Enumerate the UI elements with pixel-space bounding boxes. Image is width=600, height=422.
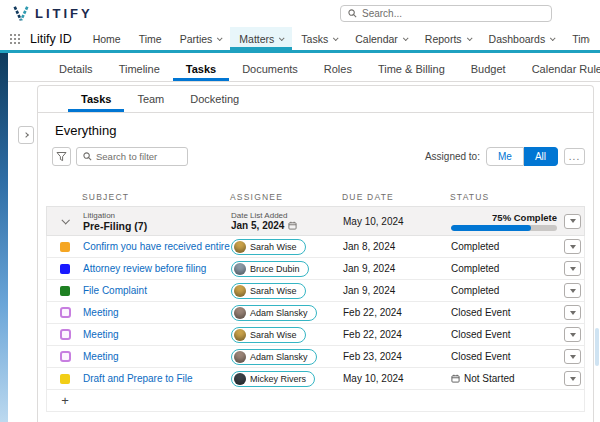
group-due-date: May 10, 2024	[343, 216, 451, 227]
assigned-to-toggle: Me All	[486, 147, 558, 166]
nav-item-dashboards[interactable]: Dashboards	[480, 27, 564, 50]
tab-time-billing[interactable]: Time & Billing	[365, 56, 458, 81]
task-type-marker	[60, 242, 70, 252]
tab-details[interactable]: Details	[46, 56, 106, 81]
col-header-assignee: Assignee	[230, 192, 342, 202]
assignee-pill[interactable]: Adam Slansky	[231, 305, 317, 321]
task-subject-link[interactable]: Draft and Prepare to File	[83, 373, 231, 384]
task-type-marker	[60, 264, 70, 274]
assignee-pill[interactable]: Sarah Wise	[231, 239, 306, 255]
task-group-row[interactable]: Litigation Pre-Filing (7) Date List Adde…	[46, 206, 585, 236]
subtab-team[interactable]: Team	[124, 86, 177, 112]
menu-down-icon	[570, 333, 576, 337]
nav-items: Home Time Parties Matters Tasks Calendar…	[84, 27, 590, 50]
assigned-me-button[interactable]: Me	[486, 147, 524, 166]
nav-item-reports[interactable]: Reports	[416, 27, 480, 50]
table-row: File Complaint Sarah Wise Jan 9, 2024 Co…	[47, 280, 584, 302]
avatar	[234, 263, 246, 275]
progress-label: 75% Complete	[451, 212, 557, 223]
chevron-right-icon	[23, 132, 29, 138]
due-date: Jan 9, 2024	[343, 263, 451, 274]
task-subject-link[interactable]: Attorney review before filing	[83, 263, 231, 274]
nav-item-home[interactable]: Home	[84, 27, 130, 50]
app-launcher-icon[interactable]	[10, 34, 20, 44]
tab-roles[interactable]: Roles	[311, 56, 365, 81]
more-actions-button[interactable]: ...	[564, 148, 585, 165]
chevron-down-icon[interactable]	[61, 216, 69, 224]
subtab-tasks[interactable]: Tasks	[68, 86, 124, 112]
nav-item-time-tracking[interactable]: Time Tracking	[563, 27, 590, 50]
menu-down-icon	[570, 289, 576, 293]
avatar	[234, 307, 246, 319]
task-subject-link[interactable]: File Complaint	[83, 285, 231, 296]
row-actions-button[interactable]	[564, 305, 581, 320]
row-actions-button[interactable]	[564, 214, 581, 229]
task-subject-link[interactable]: Meeting	[83, 329, 231, 340]
add-icon[interactable]: +	[47, 393, 83, 408]
menu-down-icon	[570, 267, 576, 271]
assignee-pill[interactable]: Adam Slansky	[231, 349, 317, 365]
task-type-marker	[60, 307, 71, 318]
group-date-value: Jan 5, 2024	[231, 220, 284, 232]
avatar	[234, 373, 246, 385]
avatar	[234, 329, 246, 341]
avatar	[234, 241, 246, 253]
assigned-to-label: Assigned to:	[425, 151, 480, 162]
assignee-pill[interactable]: Bruce Dubin	[231, 261, 309, 277]
row-actions-button[interactable]	[564, 371, 581, 386]
task-type-marker	[60, 286, 70, 296]
status: Not Started	[451, 373, 561, 384]
assigned-all-button[interactable]: All	[524, 147, 558, 166]
task-subject-link[interactable]: Meeting	[83, 351, 231, 362]
task-subject-link[interactable]: Confirm you have received entire file	[83, 241, 231, 252]
task-type-marker	[60, 351, 71, 362]
list-toolbar: Search to filter Assigned to: Me All ...	[52, 147, 593, 166]
col-header-due-date: Due Date	[342, 192, 450, 202]
row-actions-button[interactable]	[564, 261, 581, 276]
add-task-row[interactable]: +	[47, 390, 584, 412]
nav-item-parties[interactable]: Parties	[171, 27, 231, 50]
global-search-placeholder: Search...	[362, 8, 402, 19]
tab-calendar-rules[interactable]: Calendar Rules	[519, 56, 600, 81]
chevron-down-icon	[279, 35, 285, 41]
task-subject-link[interactable]: Meeting	[83, 307, 231, 318]
scrollbar-thumb[interactable]	[595, 328, 599, 366]
assignee-pill[interactable]: Sarah Wise	[231, 283, 306, 299]
ellipsis-icon: ...	[569, 153, 580, 161]
chevron-down-icon	[217, 35, 223, 41]
task-type-marker	[60, 329, 71, 340]
record-tabs: Details Timeline Tasks Documents Roles T…	[8, 56, 600, 82]
tab-timeline[interactable]: Timeline	[106, 56, 173, 81]
tab-documents[interactable]: Documents	[229, 56, 311, 81]
search-icon	[348, 9, 357, 18]
table-row: Draft and Prepare to File Mickey Rivers …	[47, 368, 584, 390]
row-actions-button[interactable]	[564, 349, 581, 364]
subtab-docketing[interactable]: Docketing	[177, 86, 252, 112]
group-name: Pre-Filing (7)	[83, 220, 231, 232]
nav-item-matters[interactable]: Matters	[230, 27, 292, 50]
table-header-row: Subject Assignee Due Date Status	[46, 188, 585, 206]
assignee-pill[interactable]: Mickey Rivers	[231, 371, 315, 387]
row-actions-button[interactable]	[564, 239, 581, 254]
tab-budget[interactable]: Budget	[458, 56, 519, 81]
menu-down-icon	[570, 219, 576, 223]
nav-item-tasks[interactable]: Tasks	[292, 27, 346, 50]
filter-search-input[interactable]: Search to filter	[76, 147, 188, 166]
global-search-input[interactable]: Search...	[340, 5, 552, 22]
assignee-pill[interactable]: Sarah Wise	[231, 327, 306, 343]
filter-button[interactable]	[52, 147, 71, 166]
row-actions-button[interactable]	[564, 327, 581, 342]
table-row: Meeting Adam Slansky Feb 22, 2024 Closed…	[47, 302, 584, 324]
row-actions-button[interactable]	[564, 283, 581, 298]
status: Completed	[451, 263, 561, 274]
nav-item-calendar[interactable]: Calendar	[346, 27, 416, 50]
col-header-status: Status	[450, 192, 560, 202]
table-row: Attorney review before filing Bruce Dubi…	[47, 258, 584, 280]
group-progress: 75% Complete	[451, 212, 561, 231]
app-window: LITIFY Search... Litify ID Home Time Par…	[0, 0, 600, 422]
nav-item-time[interactable]: Time	[130, 27, 171, 50]
tab-tasks[interactable]: Tasks	[173, 56, 229, 81]
chevron-down-icon	[550, 35, 556, 41]
status: Completed	[451, 241, 561, 252]
panel-expand-button[interactable]	[18, 126, 34, 144]
